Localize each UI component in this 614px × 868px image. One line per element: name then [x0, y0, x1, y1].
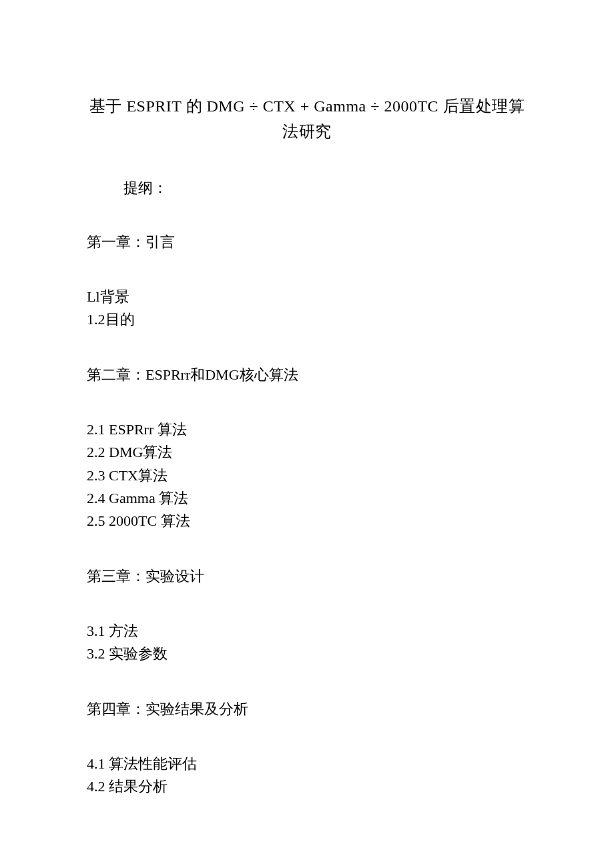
- chapter-1-items: Ll背景 1.2目的: [87, 286, 527, 331]
- title-line-2: 法研究: [87, 119, 527, 144]
- outline-item: 2.3 CTX算法: [87, 464, 527, 487]
- outline-item: Ll背景: [87, 286, 527, 308]
- chapter-3-items: 3.1 方法 3.2 实验参数: [87, 620, 527, 665]
- chapter-1: 第一章：引言: [87, 230, 527, 254]
- outline-item: 1.2目的: [87, 308, 527, 331]
- outline-item: 3.1 方法: [87, 620, 527, 642]
- outline-item: 4.2 结果分析: [87, 775, 527, 798]
- chapter-heading: 第四章：实验结果及分析: [87, 697, 527, 721]
- chapter-4: 第四章：实验结果及分析: [87, 697, 527, 721]
- chapter-heading: 第一章：引言: [87, 230, 527, 254]
- chapter-2-items: 2.1 ESPRrr 算法 2.2 DMG算法 2.3 CTX算法 2.4 Ga…: [87, 418, 527, 532]
- document-title: 基于 ESPRIT 的 DMG ÷ CTX + Gamma ÷ 2000TC 后…: [87, 93, 527, 145]
- outline-label: 提纲：: [123, 178, 527, 198]
- title-line-1: 基于 ESPRIT 的 DMG ÷ CTX + Gamma ÷ 2000TC 后…: [87, 93, 527, 119]
- outline-item: 3.2 实验参数: [87, 642, 527, 665]
- outline-item: 2.2 DMG算法: [87, 441, 527, 464]
- outline-item: 2.5 2000TC 算法: [87, 510, 527, 532]
- outline-item: 2.4 Gamma 算法: [87, 487, 527, 510]
- chapter-heading: 第二章：ESPRrr和DMG核心算法: [87, 363, 527, 386]
- outline-item: 4.1 算法性能评估: [87, 753, 527, 775]
- chapter-2: 第二章：ESPRrr和DMG核心算法: [87, 363, 527, 386]
- chapter-4-items: 4.1 算法性能评估 4.2 结果分析: [87, 753, 527, 798]
- chapter-heading: 第三章：实验设计: [87, 564, 527, 588]
- chapter-3: 第三章：实验设计: [87, 564, 527, 588]
- outline-item: 2.1 ESPRrr 算法: [87, 418, 527, 441]
